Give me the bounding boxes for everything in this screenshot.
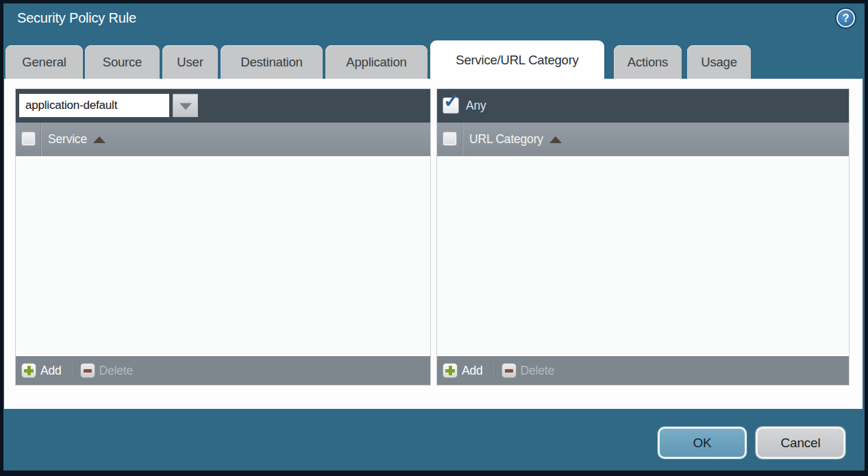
service-table-header: Service — [16, 123, 430, 156]
service-column-label: Service — [48, 132, 87, 147]
url-category-toolbar: Add Delete — [437, 356, 849, 385]
toolbar-divider — [494, 363, 495, 378]
tab-actions[interactable]: Actions — [614, 45, 682, 79]
service-add-button[interactable]: Add — [21, 363, 62, 378]
help-glyph: ? — [843, 12, 850, 25]
checkmark-icon: ✓ — [443, 90, 459, 112]
url-category-column-label: URL Category — [469, 132, 543, 147]
any-label: Any — [466, 89, 486, 123]
tab-usage[interactable]: Usage — [687, 45, 751, 79]
cancel-button[interactable]: Cancel — [756, 427, 845, 459]
security-policy-rule-dialog: Security Policy Rule ? General Source Us… — [0, 0, 868, 476]
service-type-dropdown-arrow-button[interactable] — [173, 94, 198, 117]
help-icon[interactable]: ? — [836, 9, 855, 27]
tab-label: Actions — [628, 55, 668, 70]
tab-general[interactable]: General — [5, 45, 83, 79]
url-category-panel-header: ✓ Any — [437, 89, 849, 123]
column-divider — [462, 123, 462, 156]
tab-source[interactable]: Source — [85, 45, 160, 79]
url-category-column-header[interactable]: URL Category — [469, 123, 562, 156]
tab-label: Destination — [240, 55, 302, 70]
tab-label: Source — [103, 55, 142, 70]
dialog-title: Security Policy Rule — [17, 10, 136, 26]
ok-button[interactable]: OK — [658, 427, 747, 459]
service-panel-header: application-default — [16, 89, 430, 123]
service-type-dropdown[interactable]: application-default — [19, 94, 169, 117]
tab-application[interactable]: Application — [325, 45, 427, 79]
tab-destination[interactable]: Destination — [221, 45, 323, 79]
any-checkbox[interactable]: ✓ — [443, 97, 459, 114]
tab-user[interactable]: User — [162, 45, 218, 79]
service-column-header[interactable]: Service — [48, 123, 106, 156]
tab-label: User — [177, 55, 203, 70]
delete-minus-icon — [80, 363, 95, 378]
service-panel: application-default Service Add Delete — [15, 88, 431, 386]
url-category-add-button[interactable]: Add — [443, 363, 483, 378]
service-select-all-checkbox[interactable] — [21, 131, 36, 146]
url-category-list-body — [437, 156, 849, 356]
add-button-label: Add — [40, 364, 62, 378]
tab-service-url-category[interactable]: Service/URL Category — [430, 40, 604, 79]
tab-label: Service/URL Category — [456, 53, 578, 68]
url-category-delete-button[interactable]: Delete — [501, 363, 554, 378]
delete-button-label: Delete — [99, 364, 133, 378]
tab-label: General — [22, 55, 66, 70]
tab-label: Application — [346, 55, 406, 70]
chevron-down-icon — [179, 103, 192, 110]
service-delete-button[interactable]: Delete — [80, 363, 133, 378]
add-plus-icon — [443, 363, 458, 378]
url-category-select-all-checkbox[interactable] — [443, 131, 457, 146]
delete-button-label: Delete — [521, 364, 554, 378]
add-plus-icon — [21, 363, 36, 378]
column-divider — [40, 123, 41, 156]
service-toolbar: Add Delete — [16, 356, 430, 385]
delete-minus-icon — [501, 363, 517, 378]
url-category-table-header: URL Category — [437, 123, 849, 156]
add-button-label: Add — [462, 364, 483, 378]
sort-ascending-icon — [549, 136, 562, 143]
sort-ascending-icon — [93, 136, 106, 143]
url-category-panel: ✓ Any URL Category Add Delete — [436, 88, 850, 386]
service-list-body — [16, 156, 430, 356]
tab-label: Usage — [701, 55, 736, 70]
toolbar-divider — [73, 363, 73, 378]
